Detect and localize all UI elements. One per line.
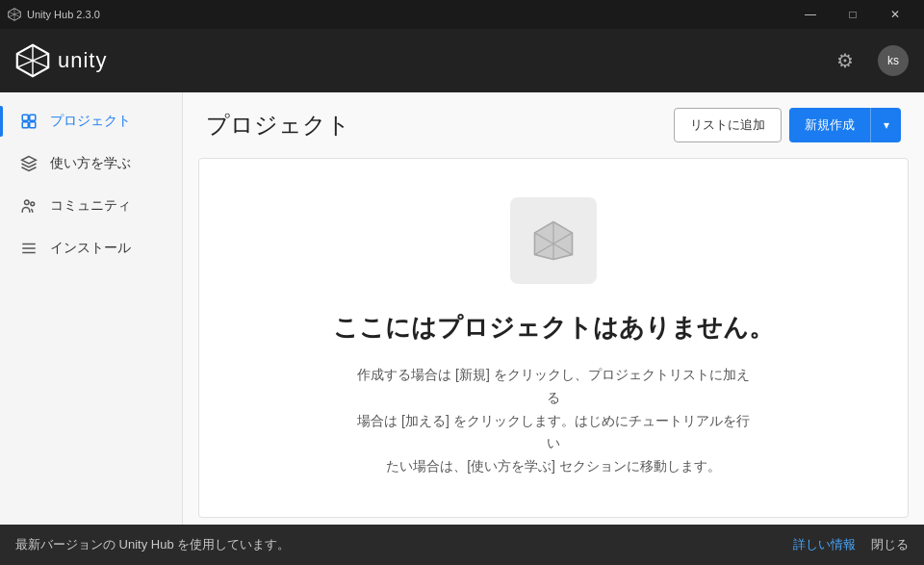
close-notification-button[interactable]: 閉じる bbox=[871, 536, 909, 553]
sidebar-item-learn[interactable]: 使い方を学ぶ bbox=[0, 142, 182, 185]
minimize-button[interactable]: — bbox=[789, 0, 832, 29]
empty-cube-icon bbox=[528, 216, 578, 266]
projects-icon bbox=[19, 112, 38, 131]
learn-icon bbox=[19, 154, 38, 173]
install-icon bbox=[19, 239, 38, 258]
titlebar-left: Unity Hub 2.3.0 bbox=[8, 8, 100, 21]
notification-text: 最新バージョンの Unity Hub を使用しています。 bbox=[15, 536, 290, 553]
sidebar-projects-label: プロジェクト bbox=[50, 113, 131, 130]
notification-bar: 最新バージョンの Unity Hub を使用しています。 詳しい情報 閉じる bbox=[0, 525, 924, 565]
svg-rect-9 bbox=[30, 115, 36, 120]
svg-point-12 bbox=[25, 200, 30, 205]
svg-rect-11 bbox=[30, 122, 36, 128]
empty-state-title: ここにはプロジェクトはありません。 bbox=[333, 311, 774, 345]
svg-rect-8 bbox=[22, 115, 28, 120]
empty-state-description: 作成する場合は [新規] をクリックし、プロジェクトリストに加える 場合は [加… bbox=[351, 364, 756, 478]
titlebar: Unity Hub 2.3.0 — □ ✕ bbox=[0, 0, 924, 29]
detail-link[interactable]: 詳しい情報 bbox=[793, 536, 856, 553]
sidebar-installs-label: インストール bbox=[50, 240, 131, 257]
close-button[interactable]: ✕ bbox=[874, 0, 916, 29]
main-area: プロジェクト 使い方を学ぶ コミュニティ bbox=[0, 92, 924, 525]
sidebar-item-installs[interactable]: インストール bbox=[0, 227, 182, 270]
unity-logo-icon bbox=[15, 43, 50, 78]
sidebar-learn-label: 使い方を学ぶ bbox=[50, 155, 131, 172]
sidebar-item-projects[interactable]: プロジェクト bbox=[0, 100, 182, 142]
new-project-button[interactable]: 新規作成 bbox=[789, 108, 870, 142]
sidebar-community-label: コミュニティ bbox=[50, 197, 131, 215]
empty-icon-container bbox=[510, 197, 597, 284]
titlebar-unity-icon bbox=[8, 8, 21, 21]
titlebar-controls: — □ ✕ bbox=[789, 0, 916, 29]
header-right: ⚙ ks bbox=[828, 43, 909, 78]
svg-rect-10 bbox=[22, 122, 28, 128]
add-to-list-button[interactable]: リストに追加 bbox=[674, 108, 782, 142]
new-project-group: 新規作成 ▾ bbox=[789, 108, 901, 142]
user-avatar[interactable]: ks bbox=[878, 45, 909, 76]
header: unity ⚙ ks bbox=[0, 29, 924, 92]
empty-state: ここにはプロジェクトはありません。 作成する場合は [新規] をクリックし、プロ… bbox=[198, 158, 909, 518]
community-icon bbox=[19, 196, 38, 216]
titlebar-title: Unity Hub 2.3.0 bbox=[27, 9, 100, 20]
svg-point-13 bbox=[31, 202, 35, 206]
notification-actions: 詳しい情報 閉じる bbox=[793, 536, 909, 553]
maximize-button[interactable]: □ bbox=[832, 0, 874, 29]
new-project-dropdown-button[interactable]: ▾ bbox=[870, 108, 901, 142]
header-logo: unity bbox=[15, 43, 107, 78]
page-title: プロジェクト bbox=[206, 110, 350, 141]
content-header: プロジェクト リストに追加 新規作成 ▾ bbox=[183, 92, 924, 158]
content-area: プロジェクト リストに追加 新規作成 ▾ ここにはプロジェクトはありません。 bbox=[183, 92, 924, 525]
header-actions: リストに追加 新規作成 ▾ bbox=[674, 108, 901, 142]
sidebar-item-community[interactable]: コミュニティ bbox=[0, 185, 182, 227]
unity-logo-text: unity bbox=[58, 48, 107, 73]
settings-button[interactable]: ⚙ bbox=[828, 43, 862, 78]
sidebar: プロジェクト 使い方を学ぶ コミュニティ bbox=[0, 92, 183, 525]
